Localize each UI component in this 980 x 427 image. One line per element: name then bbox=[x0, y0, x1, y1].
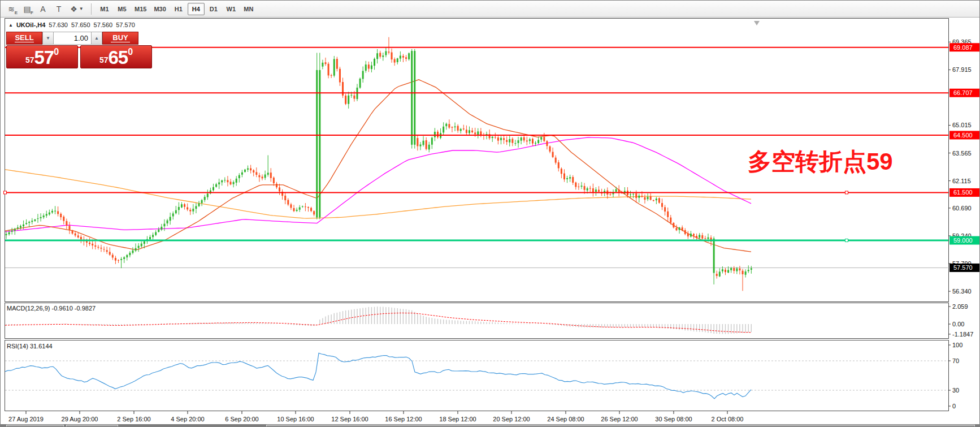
svg-text:0.00: 0.00 bbox=[952, 321, 964, 327]
buy-button[interactable]: BUY bbox=[102, 32, 138, 45]
svg-text:MACD(12,26,9) -0.9610 -0.9827: MACD(12,26,9) -0.9610 -0.9827 bbox=[7, 305, 96, 312]
svg-text:0: 0 bbox=[952, 403, 956, 409]
svg-text:67.915: 67.915 bbox=[952, 66, 972, 73]
panel-frames bbox=[5, 19, 949, 411]
collapse-triangle-icon[interactable]: ▲ bbox=[8, 23, 13, 28]
one-click-trading-widget: SELL ▼ ▲ BUY 57 57 0 57 65 0 bbox=[6, 32, 152, 68]
sell-price-sup: 0 bbox=[54, 47, 59, 57]
symbol-header: ▲ UKOil-,H4 57.630 57.650 57.560 57.570 bbox=[8, 21, 135, 28]
line-handle[interactable] bbox=[4, 191, 7, 194]
sell-button[interactable]: SELL bbox=[6, 32, 42, 45]
svg-text:64.500: 64.500 bbox=[953, 132, 973, 139]
svg-text:70: 70 bbox=[952, 357, 959, 364]
svg-text:63.565: 63.565 bbox=[952, 150, 972, 157]
svg-text:61.500: 61.500 bbox=[953, 189, 973, 196]
lots-input[interactable] bbox=[54, 32, 91, 45]
svg-text:-1.1847: -1.1847 bbox=[952, 331, 973, 338]
svg-text:2 Oct 08:00: 2 Oct 08:00 bbox=[712, 416, 744, 422]
buy-price-prefix: 57 bbox=[99, 55, 109, 64]
line-handle[interactable] bbox=[845, 239, 848, 242]
sell-price-panel[interactable]: 57 57 0 bbox=[6, 45, 78, 68]
ohlc-low: 57.560 bbox=[94, 21, 113, 28]
svg-text:65.015: 65.015 bbox=[952, 122, 972, 128]
svg-text:10 Sep 16:00: 10 Sep 16:00 bbox=[277, 416, 314, 422]
price-axis: 69.36567.91565.01563.56562.11560.69059.2… bbox=[948, 38, 979, 295]
tab-fragment[interactable] bbox=[266, 425, 975, 427]
sell-price-big: 57 bbox=[34, 49, 54, 66]
svg-text:62.115: 62.115 bbox=[952, 178, 971, 184]
svg-text:100: 100 bbox=[952, 342, 962, 348]
svg-text:59.000: 59.000 bbox=[953, 237, 973, 244]
svg-text:2 Sep 16:00: 2 Sep 16:00 bbox=[117, 416, 150, 422]
svg-text:56.340: 56.340 bbox=[952, 288, 972, 295]
svg-text:16 Sep 12:00: 16 Sep 12:00 bbox=[385, 416, 422, 422]
buy-price-big: 65 bbox=[108, 49, 128, 66]
svg-text:6 Sep 20:00: 6 Sep 20:00 bbox=[225, 416, 258, 422]
svg-text:30: 30 bbox=[952, 387, 959, 394]
svg-text:24 Sep 08:00: 24 Sep 08:00 bbox=[547, 416, 584, 422]
trading-platform-window: ≋E▤FAT❖▼ M1M5M15M30H1H4D1W1MN 多空转折点5969.… bbox=[0, 0, 980, 427]
ohlc-high: 57.650 bbox=[71, 21, 90, 28]
lots-decrease-button[interactable]: ▼ bbox=[42, 32, 54, 45]
sell-price-prefix: 57 bbox=[25, 55, 34, 64]
svg-text:66.707: 66.707 bbox=[953, 89, 973, 96]
svg-text:26 Sep 12:00: 26 Sep 12:00 bbox=[601, 416, 638, 422]
svg-text:29 Aug 20:00: 29 Aug 20:00 bbox=[62, 416, 98, 422]
svg-text:12 Sep 16:00: 12 Sep 16:00 bbox=[331, 416, 368, 422]
caret-up-icon: ▲ bbox=[94, 36, 99, 41]
bottom-tab-strip[interactable] bbox=[1, 424, 980, 427]
ohlc-close: 57.570 bbox=[116, 21, 135, 28]
svg-text:20 Sep 12:00: 20 Sep 12:00 bbox=[493, 416, 530, 422]
caret-down-icon: ▼ bbox=[46, 36, 50, 41]
svg-text:2.059: 2.059 bbox=[952, 303, 968, 310]
buy-price-sup: 0 bbox=[128, 47, 133, 57]
symbol-name: UKOil-,H4 bbox=[16, 21, 45, 28]
svg-text:69.087: 69.087 bbox=[953, 44, 973, 51]
svg-text:27 Aug 2019: 27 Aug 2019 bbox=[8, 416, 44, 422]
svg-text:57.570: 57.570 bbox=[953, 264, 973, 271]
line-handle[interactable] bbox=[845, 191, 848, 194]
time-axis: 27 Aug 201929 Aug 20:002 Sep 16:004 Sep … bbox=[8, 411, 743, 422]
buy-price-panel[interactable]: 57 65 0 bbox=[80, 45, 152, 68]
ohlc-open: 57.630 bbox=[49, 21, 68, 28]
svg-text:60.690: 60.690 bbox=[952, 205, 972, 212]
annotation-text[interactable]: 多空转折点59 bbox=[748, 148, 893, 175]
lots-increase-button[interactable]: ▲ bbox=[91, 32, 102, 45]
tab-fragment[interactable] bbox=[6, 425, 64, 427]
svg-text:RSI(14) 31.6144: RSI(14) 31.6144 bbox=[7, 343, 53, 350]
svg-text:4 Sep 20:00: 4 Sep 20:00 bbox=[171, 416, 204, 422]
tab-fragment[interactable] bbox=[66, 425, 118, 427]
svg-text:30 Sep 08:00: 30 Sep 08:00 bbox=[655, 416, 692, 422]
svg-text:18 Sep 12:00: 18 Sep 12:00 bbox=[439, 416, 476, 422]
